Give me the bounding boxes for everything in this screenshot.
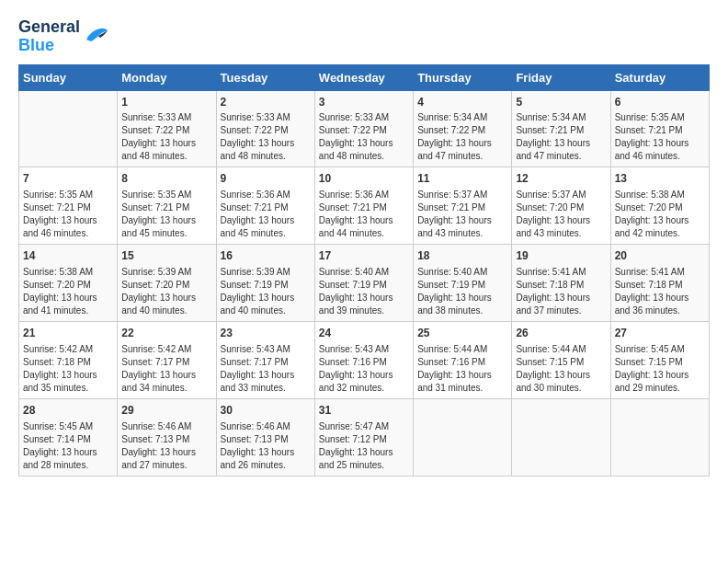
cell-content: Sunrise: 5:37 AM Sunset: 7:20 PM Dayligh… bbox=[516, 189, 606, 240]
cell-content: Sunrise: 5:35 AM Sunset: 7:21 PM Dayligh… bbox=[23, 189, 113, 240]
logo-bird-icon bbox=[82, 23, 109, 45]
cell-content: Sunrise: 5:40 AM Sunset: 7:19 PM Dayligh… bbox=[417, 266, 507, 317]
calendar-table: SundayMondayTuesdayWednesdayThursdayFrid… bbox=[18, 64, 710, 477]
calendar-cell: 29Sunrise: 5:46 AM Sunset: 7:13 PM Dayli… bbox=[118, 398, 216, 476]
cell-content: Sunrise: 5:33 AM Sunset: 7:22 PM Dayligh… bbox=[121, 111, 211, 163]
calendar-cell: 3Sunrise: 5:33 AM Sunset: 7:22 PM Daylig… bbox=[314, 90, 413, 167]
calendar-header-row: SundayMondayTuesdayWednesdayThursdayFrid… bbox=[19, 64, 710, 90]
calendar-cell: 10Sunrise: 5:36 AM Sunset: 7:21 PM Dayli… bbox=[314, 167, 413, 245]
calendar-cell: 26Sunrise: 5:44 AM Sunset: 7:15 PM Dayli… bbox=[512, 321, 610, 398]
calendar-cell: 23Sunrise: 5:43 AM Sunset: 7:17 PM Dayli… bbox=[216, 321, 314, 398]
logo: GeneralBlue bbox=[18, 18, 109, 55]
day-header-thursday: Thursday bbox=[414, 64, 512, 90]
cell-content: Sunrise: 5:35 AM Sunset: 7:21 PM Dayligh… bbox=[121, 189, 211, 240]
day-number: 2 bbox=[221, 95, 311, 110]
day-header-monday: Monday bbox=[118, 64, 216, 90]
calendar-cell: 1Sunrise: 5:33 AM Sunset: 7:22 PM Daylig… bbox=[118, 90, 216, 167]
logo-text: GeneralBlue bbox=[18, 18, 80, 55]
day-number: 28 bbox=[23, 403, 113, 419]
calendar-cell: 7Sunrise: 5:35 AM Sunset: 7:21 PM Daylig… bbox=[19, 167, 118, 245]
calendar-week-row: 14Sunrise: 5:38 AM Sunset: 7:20 PM Dayli… bbox=[19, 245, 710, 322]
calendar-cell bbox=[610, 398, 709, 476]
day-number: 25 bbox=[417, 326, 507, 341]
day-number: 29 bbox=[121, 403, 211, 419]
cell-content: Sunrise: 5:37 AM Sunset: 7:21 PM Dayligh… bbox=[417, 189, 507, 240]
cell-content: Sunrise: 5:47 AM Sunset: 7:12 PM Dayligh… bbox=[319, 420, 409, 472]
day-number: 23 bbox=[221, 326, 311, 341]
calendar-cell: 17Sunrise: 5:40 AM Sunset: 7:19 PM Dayli… bbox=[314, 245, 413, 322]
day-number: 8 bbox=[121, 171, 211, 187]
cell-content: Sunrise: 5:34 AM Sunset: 7:22 PM Dayligh… bbox=[417, 111, 507, 163]
calendar-week-row: 1Sunrise: 5:33 AM Sunset: 7:22 PM Daylig… bbox=[19, 90, 710, 167]
calendar-cell: 24Sunrise: 5:43 AM Sunset: 7:16 PM Dayli… bbox=[314, 321, 413, 398]
day-number: 31 bbox=[319, 403, 409, 419]
calendar-cell: 2Sunrise: 5:33 AM Sunset: 7:22 PM Daylig… bbox=[216, 90, 314, 167]
calendar-cell: 19Sunrise: 5:41 AM Sunset: 7:18 PM Dayli… bbox=[512, 245, 610, 322]
calendar-cell: 25Sunrise: 5:44 AM Sunset: 7:16 PM Dayli… bbox=[414, 321, 512, 398]
calendar-cell: 20Sunrise: 5:41 AM Sunset: 7:18 PM Dayli… bbox=[610, 245, 709, 322]
calendar-cell: 16Sunrise: 5:39 AM Sunset: 7:19 PM Dayli… bbox=[216, 245, 314, 322]
cell-content: Sunrise: 5:40 AM Sunset: 7:19 PM Dayligh… bbox=[319, 266, 409, 317]
calendar-cell: 5Sunrise: 5:34 AM Sunset: 7:21 PM Daylig… bbox=[512, 90, 610, 167]
calendar-cell: 27Sunrise: 5:45 AM Sunset: 7:15 PM Dayli… bbox=[610, 321, 709, 398]
day-number: 24 bbox=[319, 326, 409, 341]
day-number: 6 bbox=[615, 95, 705, 110]
day-number: 26 bbox=[516, 326, 606, 341]
cell-content: Sunrise: 5:41 AM Sunset: 7:18 PM Dayligh… bbox=[516, 266, 606, 317]
cell-content: Sunrise: 5:46 AM Sunset: 7:13 PM Dayligh… bbox=[121, 420, 211, 472]
cell-content: Sunrise: 5:43 AM Sunset: 7:17 PM Dayligh… bbox=[221, 343, 311, 395]
cell-content: Sunrise: 5:36 AM Sunset: 7:21 PM Dayligh… bbox=[221, 189, 311, 240]
cell-content: Sunrise: 5:38 AM Sunset: 7:20 PM Dayligh… bbox=[615, 189, 705, 240]
day-number: 16 bbox=[221, 248, 311, 264]
day-number: 14 bbox=[23, 248, 113, 264]
calendar-week-row: 28Sunrise: 5:45 AM Sunset: 7:14 PM Dayli… bbox=[19, 398, 710, 476]
calendar-cell: 28Sunrise: 5:45 AM Sunset: 7:14 PM Dayli… bbox=[19, 398, 118, 476]
day-number: 3 bbox=[319, 95, 409, 110]
calendar-cell: 30Sunrise: 5:46 AM Sunset: 7:13 PM Dayli… bbox=[216, 398, 314, 476]
day-number: 13 bbox=[615, 171, 705, 187]
cell-content: Sunrise: 5:34 AM Sunset: 7:21 PM Dayligh… bbox=[516, 111, 606, 163]
cell-content: Sunrise: 5:35 AM Sunset: 7:21 PM Dayligh… bbox=[615, 111, 705, 163]
cell-content: Sunrise: 5:45 AM Sunset: 7:14 PM Dayligh… bbox=[23, 420, 113, 472]
calendar-cell: 12Sunrise: 5:37 AM Sunset: 7:20 PM Dayli… bbox=[512, 167, 610, 245]
day-number: 5 bbox=[516, 95, 606, 110]
day-number: 18 bbox=[417, 248, 507, 264]
cell-content: Sunrise: 5:43 AM Sunset: 7:16 PM Dayligh… bbox=[319, 343, 409, 395]
day-number: 27 bbox=[615, 326, 705, 341]
day-header-sunday: Sunday bbox=[19, 64, 118, 90]
day-number: 10 bbox=[319, 171, 409, 187]
calendar-cell: 15Sunrise: 5:39 AM Sunset: 7:20 PM Dayli… bbox=[118, 245, 216, 322]
calendar-cell: 6Sunrise: 5:35 AM Sunset: 7:21 PM Daylig… bbox=[610, 90, 709, 167]
cell-content: Sunrise: 5:36 AM Sunset: 7:21 PM Dayligh… bbox=[319, 189, 409, 240]
cell-content: Sunrise: 5:41 AM Sunset: 7:18 PM Dayligh… bbox=[615, 266, 705, 317]
day-number: 20 bbox=[615, 248, 705, 264]
calendar-cell: 14Sunrise: 5:38 AM Sunset: 7:20 PM Dayli… bbox=[19, 245, 118, 322]
day-number: 22 bbox=[121, 326, 211, 341]
calendar-cell bbox=[512, 398, 610, 476]
cell-content: Sunrise: 5:42 AM Sunset: 7:18 PM Dayligh… bbox=[23, 343, 113, 395]
day-number: 17 bbox=[319, 248, 409, 264]
day-number: 15 bbox=[121, 248, 211, 264]
day-number: 12 bbox=[516, 171, 606, 187]
day-header-wednesday: Wednesday bbox=[314, 64, 413, 90]
day-header-tuesday: Tuesday bbox=[216, 64, 314, 90]
calendar-cell: 13Sunrise: 5:38 AM Sunset: 7:20 PM Dayli… bbox=[610, 167, 709, 245]
cell-content: Sunrise: 5:45 AM Sunset: 7:15 PM Dayligh… bbox=[615, 343, 705, 395]
cell-content: Sunrise: 5:44 AM Sunset: 7:15 PM Dayligh… bbox=[516, 343, 606, 395]
calendar-cell: 31Sunrise: 5:47 AM Sunset: 7:12 PM Dayli… bbox=[314, 398, 413, 476]
day-number: 9 bbox=[221, 171, 311, 187]
cell-content: Sunrise: 5:33 AM Sunset: 7:22 PM Dayligh… bbox=[319, 111, 409, 163]
day-number: 4 bbox=[417, 95, 507, 110]
calendar-cell: 4Sunrise: 5:34 AM Sunset: 7:22 PM Daylig… bbox=[414, 90, 512, 167]
calendar-cell: 21Sunrise: 5:42 AM Sunset: 7:18 PM Dayli… bbox=[19, 321, 118, 398]
cell-content: Sunrise: 5:42 AM Sunset: 7:17 PM Dayligh… bbox=[121, 343, 211, 395]
cell-content: Sunrise: 5:46 AM Sunset: 7:13 PM Dayligh… bbox=[221, 420, 311, 472]
cell-content: Sunrise: 5:33 AM Sunset: 7:22 PM Dayligh… bbox=[221, 111, 311, 163]
cell-content: Sunrise: 5:39 AM Sunset: 7:19 PM Dayligh… bbox=[221, 266, 311, 317]
calendar-cell: 22Sunrise: 5:42 AM Sunset: 7:17 PM Dayli… bbox=[118, 321, 216, 398]
calendar-cell: 18Sunrise: 5:40 AM Sunset: 7:19 PM Dayli… bbox=[414, 245, 512, 322]
calendar-cell: 11Sunrise: 5:37 AM Sunset: 7:21 PM Dayli… bbox=[414, 167, 512, 245]
day-number: 19 bbox=[516, 248, 606, 264]
calendar-cell bbox=[19, 90, 118, 167]
day-number: 7 bbox=[23, 171, 113, 187]
